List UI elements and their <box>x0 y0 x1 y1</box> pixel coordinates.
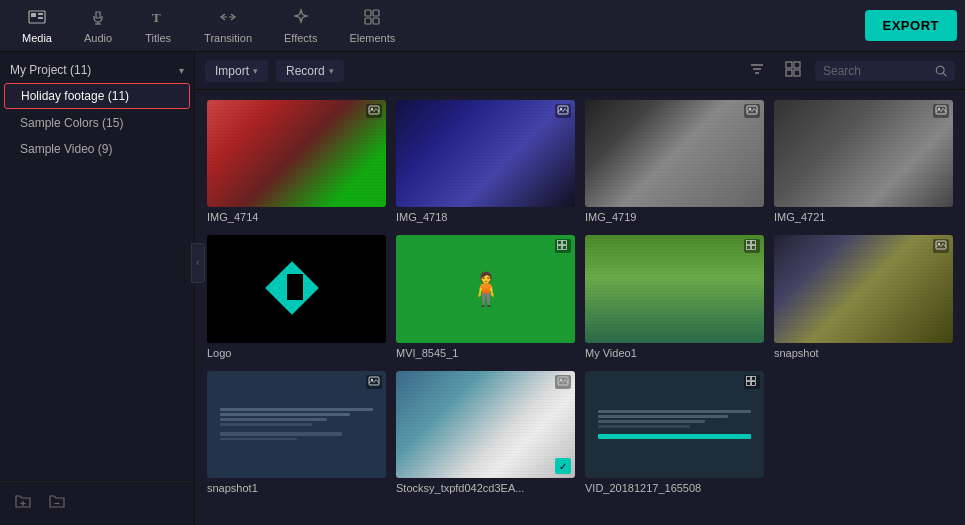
svg-rect-7 <box>365 10 371 16</box>
media-type-badge <box>744 375 760 389</box>
record-button[interactable]: Record ▾ <box>276 60 344 82</box>
toolbar-elements-label: Elements <box>349 32 395 44</box>
media-item-label: My Video1 <box>585 347 764 359</box>
content-panel: Import ▾ Record ▾ <box>195 52 965 525</box>
media-item-label: Stocksy_txpfd042cd3EA... <box>396 482 575 494</box>
media-type-badge <box>933 239 949 253</box>
media-type-badge <box>933 104 949 118</box>
sidebar-item-video[interactable]: Sample Video (9) <box>4 137 190 161</box>
filter-button[interactable] <box>743 59 771 83</box>
svg-rect-45 <box>747 376 751 380</box>
svg-rect-38 <box>752 246 756 250</box>
svg-point-21 <box>936 66 944 74</box>
list-item[interactable]: My Video1 <box>585 235 764 358</box>
add-folder-button[interactable] <box>10 490 36 517</box>
media-item-label: IMG_4719 <box>585 211 764 223</box>
list-item[interactable]: IMG_4718 <box>396 100 575 223</box>
grid-view-button[interactable] <box>779 59 807 83</box>
list-item[interactable]: IMG_4719 <box>585 100 764 223</box>
sidebar-project[interactable]: My Project (11) ▾ <box>0 58 194 82</box>
remove-folder-button[interactable] <box>44 490 70 517</box>
elements-icon <box>363 8 381 29</box>
svg-rect-18 <box>794 62 800 68</box>
svg-rect-20 <box>794 70 800 76</box>
media-thumbnail: 🧍 <box>396 235 575 342</box>
list-item[interactable]: snapshot <box>774 235 953 358</box>
media-thumbnail <box>774 235 953 342</box>
list-item[interactable]: VID_20181217_165508 <box>585 371 764 494</box>
svg-rect-10 <box>373 18 379 24</box>
media-selected-check: ✓ <box>555 458 571 474</box>
sidebar-item-holiday-label: Holiday footage (11) <box>21 89 129 103</box>
toolbar-effects[interactable]: Effects <box>270 4 331 48</box>
media-item-label: VID_20181217_165508 <box>585 482 764 494</box>
media-type-badge <box>555 375 571 389</box>
toolbar-audio-label: Audio <box>84 32 112 44</box>
svg-rect-32 <box>558 246 562 250</box>
toolbar-audio[interactable]: Audio <box>70 4 126 48</box>
media-thumbnail <box>585 371 764 478</box>
search-box <box>815 61 955 81</box>
media-type-badge <box>744 239 760 253</box>
export-button[interactable]: EXPORT <box>865 10 957 41</box>
toolbar-media-label: Media <box>22 32 52 44</box>
sidebar-item-video-label: Sample Video (9) <box>20 142 113 156</box>
list-item[interactable]: IMG_4714 <box>207 100 386 223</box>
svg-rect-19 <box>786 70 792 76</box>
svg-rect-36 <box>747 246 751 250</box>
sidebar-project-label: My Project (11) <box>10 63 91 77</box>
toolbar-titles-label: Titles <box>145 32 171 44</box>
media-thumbnail <box>207 371 386 478</box>
svg-rect-3 <box>38 17 43 19</box>
media-item-label: snapshot1 <box>207 482 386 494</box>
svg-rect-1 <box>31 13 36 17</box>
media-thumbnail <box>207 235 386 342</box>
effects-icon <box>292 8 310 29</box>
sidebar-item-colors-label: Sample Colors (15) <box>20 116 123 130</box>
list-item[interactable]: IMG_4721 <box>774 100 953 223</box>
media-thumbnail: ✓ <box>396 371 575 478</box>
svg-rect-17 <box>786 62 792 68</box>
list-item[interactable]: 🧍 MVI_8545_1 <box>396 235 575 358</box>
svg-rect-33 <box>563 241 567 245</box>
svg-rect-48 <box>752 381 756 385</box>
import-button[interactable]: Import ▾ <box>205 60 268 82</box>
person-icon: 🧍 <box>466 270 506 308</box>
svg-rect-9 <box>365 18 371 24</box>
record-label: Record <box>286 64 325 78</box>
import-chevron-icon: ▾ <box>253 66 258 76</box>
toolbar-transition[interactable]: Transition <box>190 4 266 48</box>
titles-icon: T <box>149 8 167 29</box>
svg-rect-31 <box>558 241 562 245</box>
list-item[interactable]: ✓ Stocksy_txpfd042cd3EA... <box>396 371 575 494</box>
transition-icon <box>219 8 237 29</box>
sidebar-collapse-handle[interactable]: ‹ <box>191 243 205 283</box>
media-item-label: Logo <box>207 347 386 359</box>
toolbar: Media Audio T Titles Transi <box>0 0 965 52</box>
audio-icon <box>89 8 107 29</box>
search-input[interactable] <box>823 64 931 78</box>
sidebar-item-colors[interactable]: Sample Colors (15) <box>4 111 190 135</box>
search-icon <box>935 64 947 78</box>
svg-rect-47 <box>752 376 756 380</box>
svg-rect-46 <box>747 381 751 385</box>
media-thumbnail <box>585 100 764 207</box>
chevron-down-icon: ▾ <box>179 65 184 76</box>
import-label: Import <box>215 64 249 78</box>
media-thumbnail <box>585 235 764 342</box>
media-type-badge <box>366 375 382 389</box>
toolbar-elements[interactable]: Elements <box>335 4 409 48</box>
svg-rect-2 <box>38 13 43 15</box>
list-item[interactable]: snapshot1 <box>207 371 386 494</box>
svg-rect-0 <box>29 11 45 23</box>
svg-rect-34 <box>563 246 567 250</box>
media-type-badge <box>744 104 760 118</box>
media-item-label: IMG_4721 <box>774 211 953 223</box>
list-item[interactable]: Logo <box>207 235 386 358</box>
toolbar-titles[interactable]: T Titles <box>130 4 186 48</box>
media-thumbnail <box>207 100 386 207</box>
sidebar-item-holiday[interactable]: Holiday footage (11) <box>4 83 190 109</box>
media-item-label: snapshot <box>774 347 953 359</box>
toolbar-media[interactable]: Media <box>8 4 66 48</box>
media-type-badge <box>366 104 382 118</box>
